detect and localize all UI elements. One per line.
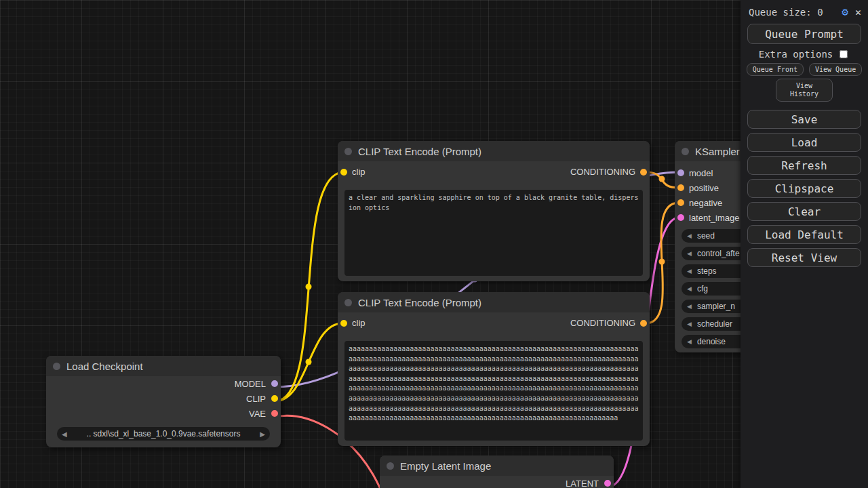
collapse-dot[interactable] <box>344 148 352 155</box>
clip-input-dot[interactable] <box>340 320 347 327</box>
widget-label: seed <box>697 231 715 241</box>
node-title: Empty Latent Image <box>400 460 491 472</box>
latent-output-dot[interactable] <box>604 480 611 487</box>
load-default-button[interactable]: Load Default <box>747 225 861 244</box>
widget-label: control_afte <box>697 249 740 258</box>
output-slot-latent[interactable]: LATENT <box>380 476 614 488</box>
ckpt-name-combo[interactable]: ◀ .. sdxl\sd_xl_base_1.0_0.9vae.safetens… <box>57 427 270 441</box>
clip-output-dot[interactable] <box>271 395 278 402</box>
extra-options-label: Extra options <box>759 49 833 60</box>
slot-label: latent_image <box>689 213 739 223</box>
node-empty-latent-image[interactable]: Empty Latent Image LATENT <box>380 455 614 488</box>
output-slot-vae[interactable]: VAE <box>46 406 281 421</box>
link-midpoint-dot <box>659 176 665 182</box>
decrement-arrow-icon[interactable]: ◀ <box>687 232 692 239</box>
comfy-menu-panel: Queue size: 0 ⚙ ✕ Queue Prompt Extra opt… <box>741 0 868 488</box>
node-clip-text-encode-negative[interactable]: CLIP Text Encode (Prompt) clip CONDITION… <box>338 292 650 446</box>
widget-label: denoise <box>697 337 726 346</box>
slot-label: negative <box>689 198 722 208</box>
slot-label: VAE <box>249 409 266 419</box>
collapse-dot[interactable] <box>53 363 60 370</box>
node-title: CLIP Text Encode (Prompt) <box>358 297 481 308</box>
collapse-dot[interactable] <box>682 148 689 155</box>
decrement-arrow-icon[interactable]: ◀ <box>687 338 692 345</box>
output-slot-model[interactable]: MODEL <box>46 376 281 391</box>
slot-label: clip <box>352 167 366 177</box>
queue-prompt-button[interactable]: Queue Prompt <box>747 24 861 44</box>
widget-label: cfg <box>697 284 708 293</box>
model-input-dot[interactable] <box>677 169 684 176</box>
queue-size-label: Queue size: 0 <box>749 7 823 18</box>
output-slot-clip[interactable]: CLIP <box>46 391 281 406</box>
model-output-dot[interactable] <box>271 380 278 387</box>
collapse-dot[interactable] <box>387 462 394 470</box>
node-title: CLIP Text Encode (Prompt) <box>358 146 481 157</box>
input-slot-clip[interactable]: clip <box>340 318 366 328</box>
settings-gear-icon[interactable]: ⚙ <box>842 5 848 18</box>
slot-label: clip <box>352 318 366 328</box>
node-title-bar[interactable]: Empty Latent Image <box>380 455 614 476</box>
extra-options-checkbox[interactable] <box>840 50 848 58</box>
decrement-arrow-icon[interactable]: ◀ <box>687 321 692 327</box>
link-midpoint-dot <box>659 259 665 265</box>
link-midpoint-dot <box>306 359 312 365</box>
view-history-button[interactable]: View History <box>776 79 833 102</box>
output-slot-conditioning[interactable]: CONDITIONING <box>570 318 647 328</box>
slot-label: model <box>689 168 713 178</box>
vae-output-dot[interactable] <box>271 410 278 417</box>
node-graph-canvas[interactable]: CLIP Text Encode (Prompt) clip CONDITION… <box>0 0 868 488</box>
conditioning-output-dot[interactable] <box>640 320 647 327</box>
slot-label: LATENT <box>566 479 599 488</box>
node-title-bar[interactable]: CLIP Text Encode (Prompt) <box>338 141 650 161</box>
input-slot-clip[interactable]: clip <box>340 167 366 177</box>
prompt-text-area[interactable]: aaaaaaaaaaaaaaaaaaaaaaaaaaaaaaaaaaaaaaaa… <box>344 341 643 441</box>
decrement-arrow-icon[interactable]: ◀ <box>687 268 692 274</box>
link-midpoint-dot <box>306 284 312 290</box>
latent-input-dot[interactable] <box>677 214 684 221</box>
widget-label: steps <box>697 266 717 276</box>
refresh-button[interactable]: Refresh <box>747 156 861 175</box>
node-title-bar[interactable]: Load Checkpoint <box>46 356 281 376</box>
slot-label: MODEL <box>235 379 266 389</box>
slot-label: CONDITIONING <box>570 318 635 328</box>
prev-value-arrow-icon[interactable]: ◀ <box>62 430 67 438</box>
ckpt-name-value: .. sdxl\sd_xl_base_1.0_0.9vae.safetensor… <box>87 429 241 439</box>
collapse-dot[interactable] <box>344 299 352 306</box>
node-load-checkpoint[interactable]: Load Checkpoint MODEL CLIP VAE ◀ .. sdxl… <box>46 356 281 447</box>
clear-button[interactable]: Clear <box>747 202 861 221</box>
reset-view-button[interactable]: Reset View <box>747 248 861 267</box>
next-value-arrow-icon[interactable]: ▶ <box>260 430 265 438</box>
decrement-arrow-icon[interactable]: ◀ <box>687 285 692 292</box>
node-title: Load Checkpoint <box>66 361 143 372</box>
load-button[interactable]: Load <box>747 133 861 152</box>
clip-input-dot[interactable] <box>340 169 347 176</box>
slot-label: positive <box>689 183 719 193</box>
positive-input-dot[interactable] <box>677 184 684 191</box>
prompt-text-area[interactable]: a clear and sparkling sapphire on top of… <box>344 190 643 276</box>
clipspace-button[interactable]: Clipspace <box>747 179 861 198</box>
slot-label: CONDITIONING <box>570 167 635 177</box>
output-slot-conditioning[interactable]: CONDITIONING <box>570 167 647 177</box>
widget-label: scheduler <box>697 319 732 329</box>
decrement-arrow-icon[interactable]: ◀ <box>687 303 692 310</box>
close-icon[interactable]: ✕ <box>855 6 861 18</box>
save-button[interactable]: Save <box>747 110 861 129</box>
node-title-bar[interactable]: CLIP Text Encode (Prompt) <box>338 292 650 312</box>
negative-input-dot[interactable] <box>677 199 684 206</box>
slot-label: CLIP <box>246 394 266 404</box>
widget-label: sampler_n <box>697 302 735 311</box>
conditioning-output-dot[interactable] <box>640 169 647 176</box>
node-title: KSampler <box>695 146 740 157</box>
queue-front-button[interactable]: Queue Front <box>747 63 804 76</box>
decrement-arrow-icon[interactable]: ◀ <box>687 250 692 257</box>
view-queue-button[interactable]: View Queue <box>809 63 862 76</box>
node-clip-text-encode-positive[interactable]: CLIP Text Encode (Prompt) clip CONDITION… <box>338 141 650 281</box>
